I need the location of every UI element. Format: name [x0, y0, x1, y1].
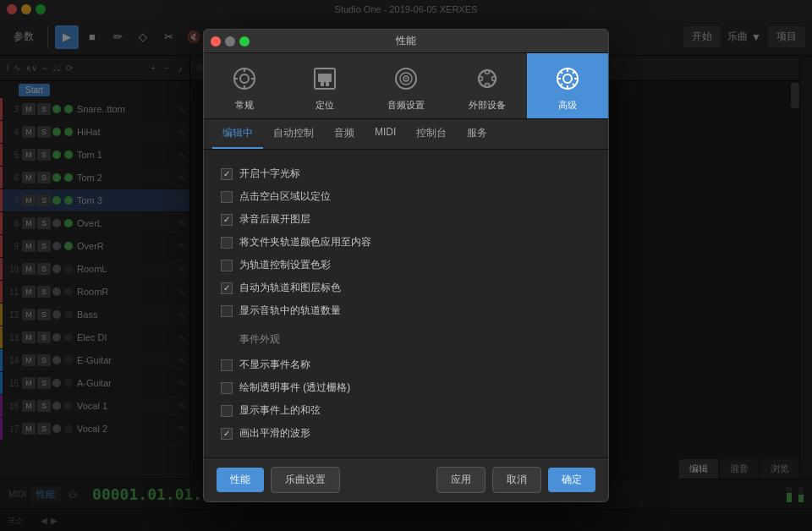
- event-checkbox-3[interactable]: [221, 428, 233, 440]
- svg-point-13: [405, 78, 407, 79]
- option-checkbox-0[interactable]: [221, 168, 233, 180]
- option-label-0: 开启十字光标: [239, 167, 300, 181]
- option-label-5: 自动为轨道和图层标色: [239, 281, 341, 295]
- tab-general[interactable]: 常规: [204, 53, 285, 118]
- event-option-row: 显示事件上的和弦: [221, 399, 591, 422]
- dialog-subtabs: 编辑中 自动控制 音频 MIDI 控制台 服务: [204, 119, 608, 150]
- svg-point-18: [485, 84, 489, 88]
- audio-tab-label: 音频设置: [387, 99, 425, 112]
- svg-line-25: [560, 71, 562, 74]
- svg-point-20: [563, 74, 572, 83]
- event-checkbox-1[interactable]: [221, 382, 233, 394]
- subtab-automation[interactable]: 自动控制: [263, 119, 324, 149]
- option-checkbox-5[interactable]: [221, 282, 233, 294]
- option-checkbox-1[interactable]: [221, 191, 233, 203]
- option-checkbox-3[interactable]: [221, 237, 233, 249]
- event-option-row: 绘制透明事件 (透过栅格): [221, 376, 591, 399]
- performance-footer-btn[interactable]: 性能: [217, 468, 264, 492]
- dialog-option-row: 开启十字光标: [221, 162, 591, 185]
- option-label-2: 录音后展开图层: [239, 212, 310, 227]
- subtab-service[interactable]: 服务: [457, 119, 497, 149]
- subtab-audio[interactable]: 音频: [324, 119, 365, 149]
- dialog-option-row: 录音后展开图层: [221, 208, 591, 231]
- option-checkbox-6[interactable]: [221, 305, 233, 317]
- svg-point-16: [485, 70, 489, 74]
- svg-point-1: [240, 74, 249, 83]
- event-label-2: 显示事件上的和弦: [239, 403, 321, 418]
- tab-audio[interactable]: 音频设置: [365, 53, 447, 118]
- option-checkbox-4[interactable]: [221, 260, 233, 271]
- dialog-option-row: 自动为轨道和图层标色: [221, 276, 591, 299]
- svg-line-26: [573, 84, 575, 86]
- svg-line-28: [560, 84, 562, 86]
- dialog-option-row: 显示音轨中的轨道数量: [221, 299, 591, 322]
- dialog-titlebar: 性能: [204, 30, 608, 53]
- svg-rect-8: [321, 82, 324, 86]
- dialog-option-row: 将文件夹轨道颜色应用至内容: [221, 231, 591, 254]
- general-icon: [229, 63, 260, 94]
- location-tab-label: 定位: [315, 99, 334, 112]
- option-label-6: 显示音轨中的轨道数量: [239, 304, 341, 318]
- external-icon: [472, 63, 502, 94]
- dialog-icon-tabs: 常规 定位: [204, 53, 608, 119]
- modal-overlay: 性能 常规: [0, 0, 812, 531]
- subtab-editing[interactable]: 编辑中: [212, 119, 263, 149]
- dialog-option-row: 为轨道控制设置色彩: [221, 254, 591, 276]
- cancel-btn[interactable]: 取消: [492, 467, 541, 493]
- dialog-close-button[interactable]: [211, 36, 221, 47]
- event-label-1: 绘制透明事件 (透过栅格): [239, 380, 350, 395]
- svg-point-17: [491, 77, 496, 81]
- general-tab-label: 常规: [235, 99, 254, 112]
- event-checkbox-0[interactable]: [221, 359, 233, 371]
- event-label-0: 不显示事件名称: [239, 358, 310, 372]
- option-label-4: 为轨道控制设置色彩: [239, 258, 331, 272]
- dialog-event-options-list: 不显示事件名称 绘制透明事件 (透过栅格) 显示事件上的和弦 画出平滑的波形: [221, 353, 591, 445]
- event-section-header: 事件外观: [221, 322, 591, 353]
- svg-line-27: [573, 71, 575, 74]
- advanced-icon: [552, 63, 583, 94]
- dialog-minimize-button: [225, 36, 235, 47]
- event-option-row: 画出平滑的波形: [221, 422, 591, 445]
- dialog-maximize-button[interactable]: [239, 36, 250, 47]
- tab-location[interactable]: 定位: [285, 53, 366, 118]
- audio-icon: [391, 63, 421, 94]
- dialog-footer: 性能 乐曲设置 应用 取消 确定: [204, 457, 608, 501]
- event-checkbox-2[interactable]: [221, 405, 233, 417]
- svg-point-14: [479, 70, 496, 87]
- dialog-traffic-lights: [211, 36, 250, 47]
- tab-advanced[interactable]: 高级: [527, 53, 608, 118]
- dialog-options-list: 开启十字光标 点击空白区域以定位 录音后展开图层 将文件夹轨道颜色应用至内容 为…: [221, 162, 591, 322]
- external-tab-label: 外部设备: [469, 99, 506, 112]
- dialog-option-row: 点击空白区域以定位: [221, 185, 591, 208]
- apply-btn[interactable]: 应用: [436, 467, 486, 493]
- option-label-1: 点击空白区域以定位: [239, 189, 331, 204]
- event-label-3: 画出平滑的波形: [239, 426, 310, 441]
- option-label-3: 将文件夹轨道颜色应用至内容: [239, 235, 371, 249]
- confirm-btn[interactable]: 确定: [548, 468, 595, 492]
- performance-dialog: 性能 常规: [203, 29, 609, 502]
- dialog-content: 开启十字光标 点击空白区域以定位 录音后展开图层 将文件夹轨道颜色应用至内容 为…: [204, 150, 608, 457]
- location-icon: [310, 63, 340, 94]
- svg-rect-7: [318, 74, 332, 82]
- advanced-tab-label: 高级: [558, 99, 577, 112]
- subtab-console[interactable]: 控制台: [406, 119, 457, 149]
- option-checkbox-2[interactable]: [221, 214, 233, 226]
- tab-external[interactable]: 外部设备: [447, 53, 528, 118]
- svg-rect-9: [326, 82, 329, 86]
- subtab-midi[interactable]: MIDI: [365, 119, 406, 149]
- song-settings-btn[interactable]: 乐曲设置: [271, 467, 340, 493]
- svg-point-15: [478, 77, 482, 81]
- dialog-title: 性能: [396, 34, 416, 48]
- event-option-row: 不显示事件名称: [221, 353, 591, 376]
